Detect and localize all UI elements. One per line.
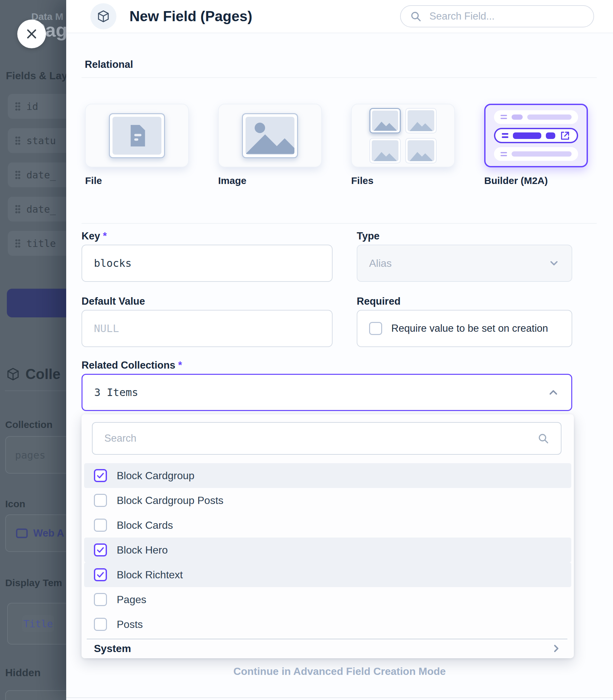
field-row-list: id statu date_ date_ title <box>8 94 66 265</box>
drag-handle-icon[interactable] <box>15 136 21 145</box>
thumbnail <box>405 138 436 164</box>
collections-heading: Colle <box>6 366 61 382</box>
field-type-cards: File Image <box>85 104 588 186</box>
card-builder-m2a[interactable]: Builder (M2A) <box>484 104 588 186</box>
search-placeholder: Search <box>104 432 136 444</box>
cube-icon <box>96 10 110 23</box>
card-files[interactable]: Files <box>351 104 455 186</box>
builder-row <box>494 147 578 161</box>
drag-handle-icon <box>502 133 508 138</box>
title-chip[interactable]: Title <box>22 615 54 632</box>
required-label: Required <box>357 296 401 307</box>
drag-handle-icon[interactable] <box>15 205 21 213</box>
checkbox[interactable] <box>94 519 107 532</box>
divider <box>5 390 66 391</box>
default-value-label: Default Value <box>81 296 145 307</box>
field-row[interactable]: date_ <box>8 163 66 187</box>
hidden-input[interactable] <box>5 690 66 700</box>
system-group-row[interactable]: System <box>84 640 571 657</box>
collection-option[interactable]: Block Cardgroup <box>84 463 571 488</box>
close-button[interactable] <box>17 20 46 48</box>
dropdown-search-input[interactable]: Search <box>92 422 561 455</box>
cube-icon <box>6 367 20 381</box>
related-collections-select[interactable]: 3 Items <box>81 374 572 411</box>
required-checkbox-field[interactable]: Require value to be set on creation <box>357 310 572 347</box>
search-placeholder: Search Field... <box>429 11 495 22</box>
icon-select[interactable]: Web A <box>5 515 66 552</box>
card-image[interactable]: Image <box>218 104 322 186</box>
checkbox[interactable] <box>94 543 107 557</box>
card-file[interactable]: File <box>85 104 189 186</box>
checkbox[interactable] <box>94 593 107 606</box>
collection-option-label: Block Richtext <box>117 569 183 581</box>
external-link-icon <box>560 130 570 141</box>
collection-label: Collection <box>5 419 52 430</box>
divider <box>81 77 597 78</box>
collection-option[interactable]: Block Hero <box>84 537 571 562</box>
web-window-icon <box>16 528 28 539</box>
field-row-label: date_ <box>26 169 56 181</box>
drag-handle-icon[interactable] <box>15 102 21 111</box>
collection-option[interactable]: Posts <box>84 612 571 637</box>
collection-option[interactable]: Block Cards <box>84 513 571 537</box>
field-row-label: statu <box>26 135 56 146</box>
related-collections-label: Related Collections * <box>81 360 182 371</box>
drag-handle-icon[interactable] <box>15 239 21 248</box>
search-icon <box>410 11 421 22</box>
collection-option-label: Block Cardgroup Posts <box>117 494 223 507</box>
collection-option-label: Block Cards <box>117 519 173 531</box>
save-button-dimmed[interactable] <box>7 289 66 317</box>
key-input[interactable]: blocks <box>81 245 332 282</box>
checkbox[interactable] <box>94 469 107 482</box>
checkbox[interactable] <box>94 494 107 507</box>
divider <box>66 697 613 698</box>
checkbox-unchecked[interactable] <box>369 322 382 335</box>
type-select[interactable]: Alias <box>357 245 572 282</box>
collection-option-label: Posts <box>117 619 143 631</box>
display-template-input[interactable]: Title <box>7 603 66 645</box>
chevron-up-icon <box>547 386 560 399</box>
type-label: Type <box>357 230 380 242</box>
collection-option-label: Pages <box>117 594 146 606</box>
divider <box>87 639 568 639</box>
field-row[interactable]: title <box>8 231 66 256</box>
hidden-label: Hidden <box>5 667 40 679</box>
new-field-drawer: New Field (Pages) Search Field... Relati… <box>66 0 613 700</box>
builder-row <box>494 110 578 124</box>
system-label: System <box>94 643 131 654</box>
field-row[interactable]: date_ <box>8 197 66 221</box>
card-label: File <box>85 175 189 186</box>
card-label: Files <box>351 175 455 186</box>
collection-option[interactable]: Block Cardgroup Posts <box>84 488 571 513</box>
field-row[interactable]: statu <box>8 128 66 153</box>
collection-option[interactable]: Pages <box>84 587 571 612</box>
fields-layout-heading: Fields & Lay <box>6 70 66 82</box>
icon-label: Icon <box>5 498 25 509</box>
drag-handle-icon[interactable] <box>15 170 21 179</box>
checkbox[interactable] <box>94 568 107 581</box>
divider <box>81 223 597 224</box>
advanced-mode-link[interactable]: Continue in Advanced Field Creation Mode <box>66 665 613 677</box>
collection-option[interactable]: Block Richtext <box>84 562 571 587</box>
chevron-right-icon <box>550 643 562 654</box>
builder-row-highlighted <box>494 128 578 143</box>
key-label: Key * <box>81 230 107 242</box>
default-value-input[interactable]: NULL <box>81 310 332 347</box>
collection-input[interactable]: pages <box>5 436 66 474</box>
section-label: Relational <box>85 59 133 70</box>
field-row-label: date_ <box>26 204 56 215</box>
display-template-label: Display Tem <box>5 578 62 588</box>
drag-handle-icon <box>500 115 507 119</box>
field-search-input[interactable]: Search Field... <box>400 5 594 27</box>
card-label: Image <box>218 175 322 186</box>
collection-option-label: Block Cardgroup <box>117 470 194 482</box>
drawer-title: New Field (Pages) <box>129 8 252 25</box>
collection-option-label: Block Hero <box>117 544 168 556</box>
search-icon <box>537 432 549 444</box>
checkbox[interactable] <box>94 618 107 631</box>
thumbnail <box>369 138 401 164</box>
field-row-label: title <box>26 238 56 249</box>
drag-handle-icon <box>500 152 507 156</box>
field-row[interactable]: id <box>8 94 66 119</box>
image-icon <box>246 117 295 154</box>
